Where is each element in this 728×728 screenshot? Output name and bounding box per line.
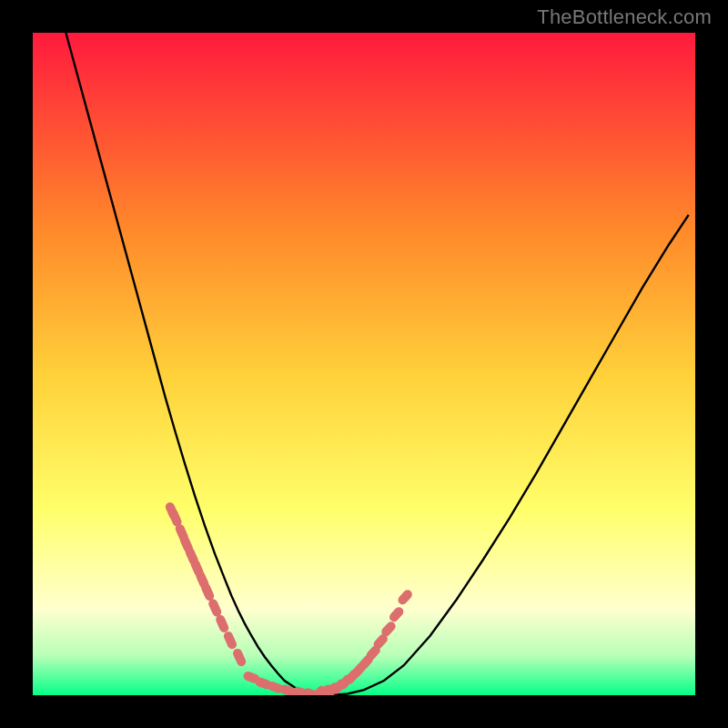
plot-area [33,33,695,695]
bottleneck-chart [33,33,695,695]
gradient-background [33,33,695,695]
outer-frame: TheBottleneck.com [0,0,728,728]
watermark-text: TheBottleneck.com [537,5,712,29]
